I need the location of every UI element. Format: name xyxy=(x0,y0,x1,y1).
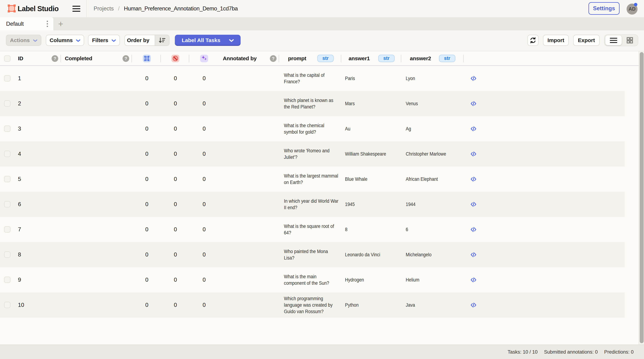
view-source-icon[interactable] xyxy=(470,301,477,309)
view-source-icon[interactable] xyxy=(470,201,477,208)
cell-id: 6 xyxy=(18,201,21,208)
table-row[interactable]: 9000What is the main component of the Su… xyxy=(0,267,624,292)
view-source-icon[interactable] xyxy=(470,125,477,132)
cell-answer2: African Elephant xyxy=(406,176,442,182)
cell-prompt: Which planet is known as the Red Planet? xyxy=(284,97,341,110)
cell-cancelled-count: 0 xyxy=(174,226,177,233)
cell-cancelled-count: 0 xyxy=(174,201,177,208)
help-icon[interactable]: ? xyxy=(52,55,58,62)
table-row[interactable]: 10000Which programming language was crea… xyxy=(0,292,624,318)
column-header-prompt[interactable]: prompt xyxy=(288,51,306,66)
annotations-count-icon[interactable] xyxy=(143,55,151,62)
column-header-annotated-by[interactable]: Annotated by xyxy=(223,51,256,66)
select-all-checkbox[interactable] xyxy=(4,55,10,62)
row-checkbox[interactable] xyxy=(4,201,10,207)
view-source-icon[interactable] xyxy=(470,226,477,233)
row-checkbox[interactable] xyxy=(4,75,10,82)
cell-annotations-count: 0 xyxy=(145,100,148,107)
view-source-icon[interactable] xyxy=(470,251,477,258)
column-header-answer1[interactable]: answer1 xyxy=(348,51,370,66)
cell-predictions-count: 0 xyxy=(202,100,206,107)
app-title: Label Studio xyxy=(18,0,58,17)
table-row[interactable]: 8000Who painted the Mona Lisa?Leonardo d… xyxy=(0,242,624,267)
row-checkbox[interactable] xyxy=(4,251,10,258)
breadcrumb-project-name: Human_Preference_Annotation_Demo_1cd7ba xyxy=(124,6,238,12)
table-row[interactable]: 1000What is the capital of France?ParisL… xyxy=(0,66,624,91)
tab-menu-icon[interactable] xyxy=(44,17,51,31)
cell-answer2: 1944 xyxy=(406,201,417,207)
menu-icon[interactable] xyxy=(72,5,80,13)
row-checkbox[interactable] xyxy=(4,302,10,308)
cell-predictions-count: 0 xyxy=(202,226,206,233)
cell-answer1: Paris xyxy=(345,76,356,81)
cell-answer1: William Shakespeare xyxy=(345,151,392,157)
column-header-id[interactable]: ID xyxy=(18,51,23,66)
help-icon[interactable]: ? xyxy=(122,55,129,62)
help-icon[interactable]: ? xyxy=(270,55,276,62)
cell-predictions-count: 0 xyxy=(202,126,206,132)
type-badge-str: str xyxy=(317,55,334,62)
row-checkbox[interactable] xyxy=(4,176,10,182)
cell-cancelled-count: 0 xyxy=(174,126,177,132)
import-button[interactable]: Import xyxy=(543,35,569,46)
view-source-icon[interactable] xyxy=(470,75,477,82)
settings-button[interactable]: Settings xyxy=(588,2,620,15)
cell-answer1: Blue Whale xyxy=(345,176,371,182)
table-row[interactable]: 5000What is the largest mammal on Earth?… xyxy=(0,167,624,192)
cell-predictions-count: 0 xyxy=(202,302,206,308)
table-row[interactable]: 2000Which planet is known as the Red Pla… xyxy=(0,91,624,116)
label-all-tasks-button[interactable]: Label All Tasks xyxy=(175,35,240,46)
cell-annotations-count: 0 xyxy=(145,75,148,82)
cell-answer2: Lyon xyxy=(406,76,416,81)
sort-direction-icon[interactable] xyxy=(155,35,169,46)
table-row[interactable]: 6000In which year did World War II end?1… xyxy=(0,192,624,217)
cell-id: 1 xyxy=(18,75,21,82)
cell-predictions-count: 0 xyxy=(202,251,206,258)
add-tab-button[interactable]: + xyxy=(57,17,65,31)
list-view-button[interactable] xyxy=(605,36,622,45)
export-button[interactable]: Export xyxy=(573,35,600,46)
scrollbar-thumb[interactable] xyxy=(640,52,644,343)
cell-id: 3 xyxy=(18,126,21,132)
cell-annotations-count: 0 xyxy=(145,126,148,132)
row-checkbox[interactable] xyxy=(4,100,10,107)
table-row[interactable]: 4000Who wrote 'Romeo and Juliet'?William… xyxy=(0,141,624,167)
table-row[interactable]: 3000What is the chemical symbol for gold… xyxy=(0,116,624,141)
cell-id: 2 xyxy=(18,100,21,107)
refresh-button[interactable] xyxy=(528,35,538,46)
table-row[interactable]: 7000What is the square root of 64?86 xyxy=(0,217,624,242)
row-checkbox[interactable] xyxy=(4,151,10,157)
column-header-answer2[interactable]: answer2 xyxy=(410,51,431,66)
order-by-button[interactable]: Order by xyxy=(124,35,170,46)
tab-default[interactable]: Default xyxy=(0,17,53,31)
column-header-completed[interactable]: Completed xyxy=(65,51,92,66)
view-toggle xyxy=(604,34,638,46)
notification-dot xyxy=(634,3,637,6)
view-source-icon[interactable] xyxy=(470,150,477,158)
cell-answer1: Hydrogen xyxy=(345,277,367,283)
filters-button[interactable]: Filters xyxy=(88,35,120,46)
view-source-icon[interactable] xyxy=(470,276,477,283)
row-checkbox[interactable] xyxy=(4,277,10,283)
list-view-icon xyxy=(610,38,617,43)
grid-view-button[interactable] xyxy=(622,35,638,46)
breadcrumb-projects[interactable]: Projects xyxy=(94,6,114,12)
refresh-icon xyxy=(530,37,536,44)
predictions-icon[interactable] xyxy=(200,55,208,62)
chevron-down-icon xyxy=(76,39,80,42)
row-checkbox[interactable] xyxy=(4,226,10,233)
view-source-icon[interactable] xyxy=(470,176,477,183)
columns-button[interactable]: Columns xyxy=(46,35,84,46)
cell-answer2: 6 xyxy=(406,227,408,232)
vertical-scrollbar[interactable] xyxy=(638,51,644,344)
row-checkbox[interactable] xyxy=(4,126,10,132)
cell-answer2: Michelangelo xyxy=(406,252,436,258)
chevron-down-icon xyxy=(229,39,234,42)
tasks-count: Tasks: 10 / 10 xyxy=(508,349,538,355)
cell-predictions-count: 0 xyxy=(202,75,206,82)
cell-annotations-count: 0 xyxy=(145,226,148,233)
actions-button[interactable]: Actions xyxy=(6,35,41,46)
type-badge-str: str xyxy=(439,55,455,62)
cancelled-annotations-icon[interactable] xyxy=(172,55,179,62)
view-source-icon[interactable] xyxy=(470,100,477,107)
